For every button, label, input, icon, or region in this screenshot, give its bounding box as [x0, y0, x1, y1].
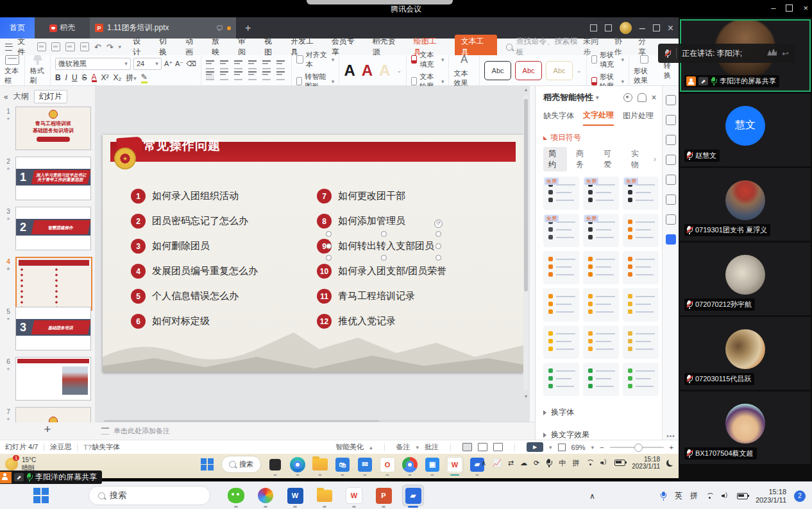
increase-font-icon[interactable]: A⁺ — [164, 60, 173, 68]
justify-icon[interactable] — [248, 71, 257, 80]
shape-style-1[interactable]: Abc — [484, 61, 511, 80]
start-icon[interactable] — [199, 456, 216, 473]
word-icon[interactable]: W — [285, 485, 305, 506]
bullet-style-card[interactable]: 免费 — [583, 214, 619, 247]
file-menu[interactable]: 文件 — [17, 36, 32, 58]
distribute-icon[interactable] — [262, 71, 271, 80]
increase-indent-icon[interactable] — [248, 60, 257, 69]
camera-app-icon[interactable]: ▣ — [424, 456, 441, 473]
bullet-style-card[interactable]: 免费 — [543, 251, 579, 284]
bullet-list-icon[interactable] — [206, 60, 214, 69]
question-item[interactable]: 7 如何更改团干部 ⟳ — [317, 189, 446, 203]
slide-thumbnail[interactable]: 2★ 1 深入学习贯彻习近平总书记关于青年工作的重要思想 — [0, 155, 95, 205]
save-icon[interactable] — [37, 42, 46, 51]
clear-format-icon[interactable]: ⌫ — [186, 60, 196, 68]
bullet-style-card[interactable]: 免费 — [583, 251, 619, 284]
slide-thumbnail[interactable]: 5★ 3 基础团务培训 — [0, 306, 95, 356]
question-item[interactable]: 9 如何转出转入支部团员 ⟳ — [317, 239, 446, 254]
superscript-icon[interactable]: X² — [101, 73, 109, 82]
bullet-style-card[interactable]: 免费 — [583, 177, 619, 210]
missing-font-label[interactable]: 缺失字体 — [92, 442, 120, 452]
convert-label[interactable]: 转换 — [664, 61, 674, 80]
font-size-select[interactable]: 24▾ — [133, 58, 162, 70]
weather-widget[interactable]: 1 15°C晴朗 — [5, 456, 36, 472]
zoom-out-icon[interactable]: − — [600, 444, 604, 451]
local-system-tray[interactable]: ∧ 英 拼 15:182023/1/11 2 — [589, 482, 806, 509]
gear-icon[interactable] — [623, 93, 632, 102]
send-icon[interactable] — [666, 95, 676, 105]
fit-slide-icon[interactable] — [558, 444, 566, 451]
line-spacing-icon[interactable] — [276, 60, 285, 69]
text-effect-label[interactable]: 文本效果 — [453, 69, 475, 88]
workspace-icon[interactable] — [605, 24, 612, 31]
chrome-icon[interactable] — [402, 456, 418, 473]
beautify-button[interactable]: 智能美化 — [335, 442, 364, 452]
menu-item[interactable]: 设计 — [133, 36, 148, 58]
wechat-icon[interactable] — [226, 485, 246, 506]
wps-restore-icon[interactable] — [653, 24, 660, 31]
start-icon[interactable] — [33, 488, 49, 503]
bullet-style-card[interactable]: 免费 — [623, 251, 659, 284]
shape-style-2[interactable]: Abc — [515, 61, 542, 80]
participant-tile[interactable]: ⬈ 072030115代昌跃 — [680, 317, 811, 390]
redo-icon[interactable]: ↷ — [106, 42, 114, 52]
decrease-font-icon[interactable]: A⁻ — [175, 60, 183, 68]
menu-item[interactable]: 会员专享 — [332, 36, 361, 58]
screen-share-tooltip[interactable]: ⬈ 李阳洋的屏幕共享 — [0, 470, 102, 484]
main-menu-icon[interactable] — [5, 44, 12, 51]
menu-item[interactable]: 稻壳资源 — [373, 36, 402, 58]
question-item[interactable]: 1 如何录入团组织活动 — [131, 189, 258, 203]
reading-view-icon[interactable] — [493, 443, 503, 451]
panel-close-icon[interactable]: × — [652, 93, 656, 102]
menu-item[interactable]: 视图 — [264, 36, 279, 58]
slideshow-play-button[interactable]: ▶ — [527, 442, 543, 452]
question-item[interactable]: 12 推优入党记录 ⟳ — [317, 314, 446, 329]
share-button[interactable]: 分享 — [638, 36, 653, 58]
output-icon[interactable] — [51, 42, 60, 51]
question-item[interactable]: 3 如何删除团员 — [131, 239, 258, 254]
align-text-label[interactable]: 对齐文本 — [306, 50, 329, 69]
bullet-style-card[interactable]: 免费 — [543, 288, 579, 322]
category-chip[interactable]: 实物 — [626, 147, 650, 171]
zoom-slider[interactable] — [610, 447, 664, 448]
star-icon[interactable] — [666, 155, 676, 165]
slide-thumbnail[interactable]: 3★ 2 智慧团建操作 — [0, 205, 95, 255]
annotation-draw-icon[interactable] — [767, 49, 777, 56]
question-item[interactable]: 8 如何添加管理员 ⟳ — [317, 214, 446, 229]
participant-tile[interactable]: ⬈ 072070212孙宇航 — [680, 243, 811, 315]
menu-item[interactable]: 放映 — [212, 36, 226, 58]
slide-thumbnail[interactable]: 6★ — [0, 356, 95, 406]
theme-name[interactable]: 涂豆思 — [50, 442, 71, 452]
shape-effect-label[interactable]: 形状效果 — [634, 66, 655, 85]
menu-item[interactable]: 审阅 — [238, 36, 253, 58]
paragraph-spacing-icon[interactable] — [276, 71, 285, 80]
underline-icon[interactable]: U — [72, 73, 78, 82]
collapsed-section[interactable]: 换字体 — [536, 401, 663, 424]
category-chip[interactable]: 商务 — [571, 147, 595, 171]
italic-icon[interactable]: I — [65, 73, 67, 82]
office-icon[interactable]: O — [379, 456, 396, 473]
menu-item[interactable]: 动画 — [185, 36, 200, 58]
task-view-icon[interactable] — [267, 456, 283, 473]
annotation-undo-icon[interactable]: ↩ — [782, 49, 789, 58]
strikethrough-icon[interactable]: S — [82, 73, 87, 82]
bullet-style-card[interactable]: 免费 — [543, 363, 579, 396]
search-pill[interactable]: 搜索 — [221, 456, 261, 473]
wps-icon[interactable]: W — [344, 485, 364, 506]
tab-outline[interactable]: 大纲 — [13, 91, 29, 102]
align-left-icon[interactable] — [206, 71, 214, 80]
bullet-section-title[interactable]: 项目符号 — [550, 132, 581, 143]
copy-icon[interactable] — [666, 175, 676, 185]
docer-tab[interactable]: 图片处理 — [623, 110, 654, 125]
question-item[interactable]: 5 个人信息错误怎么办 — [131, 289, 258, 304]
comment-bubble-icon[interactable]: 🗩 — [216, 24, 223, 32]
bold-icon[interactable]: B — [55, 73, 61, 82]
font-color-icon[interactable]: A — [92, 74, 97, 82]
powerpoint-icon[interactable]: P — [373, 485, 394, 506]
slide-thumbnail[interactable]: 1★ 青马工程培训班 基础团务知识培训 — [0, 105, 95, 155]
explorer-icon[interactable] — [314, 485, 335, 506]
normal-view-icon[interactable] — [462, 443, 472, 451]
zoom-in-icon[interactable]: + — [670, 444, 673, 451]
text-fill-label[interactable]: 文本填充 — [419, 50, 439, 69]
wps-minimize-icon[interactable]: – — [639, 22, 645, 34]
